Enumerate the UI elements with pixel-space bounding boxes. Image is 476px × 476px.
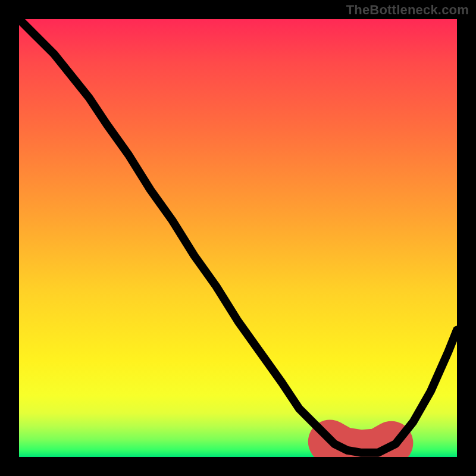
watermark-text: TheBottleneck.com — [346, 2, 469, 18]
curve-svg — [19, 19, 457, 457]
plot-area — [19, 19, 457, 457]
curve-path — [19, 19, 457, 453]
chart-frame: TheBottleneck.com — [0, 0, 476, 476]
